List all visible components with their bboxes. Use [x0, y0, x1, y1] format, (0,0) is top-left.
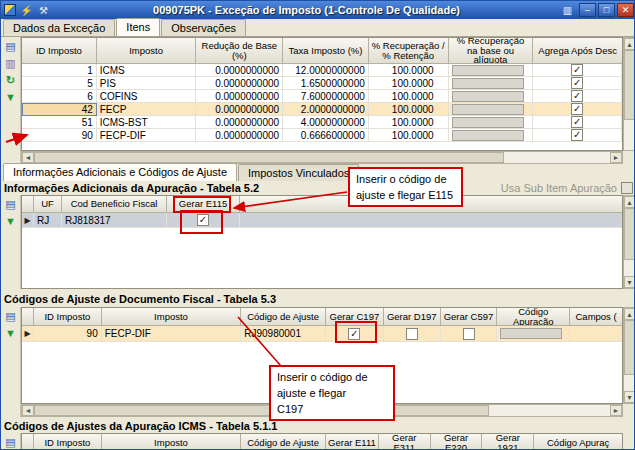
- scroll-thumb[interactable]: [624, 208, 635, 260]
- scroll-up-icon[interactable]: ▲: [624, 196, 635, 208]
- column-header-agrega[interactable]: Agrega Após Desc: [533, 38, 622, 64]
- column-header-id-imposto[interactable]: ID Imposto: [34, 308, 102, 326]
- tab-observacoes[interactable]: Observações: [161, 19, 246, 36]
- agrega-checkbox[interactable]: ✓: [571, 129, 583, 141]
- scroll-right-icon[interactable]: ►: [610, 152, 622, 163]
- tab-informacoes-adicionais[interactable]: Informações Adicionais e Códigos de Ajus…: [3, 163, 237, 181]
- cell-id-focused[interactable]: 42: [22, 103, 97, 116]
- maximize-button[interactable]: □: [598, 3, 615, 17]
- cell-id[interactable]: 6: [22, 90, 97, 103]
- wrench-icon[interactable]: ⚒: [36, 3, 51, 17]
- cell-id[interactable]: 90: [22, 129, 97, 142]
- go-last-record-icon[interactable]: ▼: [3, 90, 19, 105]
- cell-reducao[interactable]: 0.0000000000: [196, 103, 283, 116]
- cell-imposto[interactable]: ICMS: [97, 64, 197, 77]
- cell-recuperacao[interactable]: 100.0000: [369, 129, 449, 142]
- cell-agrega[interactable]: ✓: [533, 129, 622, 142]
- scroll-right-icon[interactable]: ►: [610, 405, 622, 416]
- cell-agrega[interactable]: ✓: [533, 90, 622, 103]
- delete-record-icon[interactable]: ▥: [3, 56, 19, 71]
- cell-agrega[interactable]: ✓: [533, 64, 622, 77]
- cell-gerar-c597[interactable]: [441, 326, 498, 342]
- grid3-vertical-scrollbar[interactable]: ▲ ▼: [623, 307, 635, 404]
- scroll-down-icon[interactable]: ▼: [624, 276, 635, 288]
- column-header-id-imposto[interactable]: ID Imposto: [34, 434, 102, 450]
- column-header-campos[interactable]: Campos (: [570, 308, 622, 326]
- cell-agrega[interactable]: ✓: [533, 77, 622, 90]
- cell-id[interactable]: 5: [22, 77, 97, 90]
- cell-imposto[interactable]: FECP: [97, 103, 197, 116]
- column-header-reducao[interactable]: Redução de Base (%): [196, 38, 283, 64]
- column-header-gerar-e111[interactable]: Gerar E111: [326, 434, 379, 450]
- scroll-thumb[interactable]: [34, 405, 489, 416]
- cell-codigo-ajuste[interactable]: RJ90980001: [241, 326, 326, 342]
- cell-taxa[interactable]: 0.6666000000: [283, 129, 369, 142]
- cell-recuperacao-base[interactable]: [449, 64, 534, 77]
- cell-taxa[interactable]: 4.0000000000: [283, 116, 369, 129]
- edit-record-icon[interactable]: ▤: [3, 435, 19, 450]
- column-header-taxa[interactable]: Taxa Imposto (%): [283, 38, 369, 64]
- edit-record-icon[interactable]: ▤: [3, 197, 19, 212]
- column-header-cod-beneficio[interactable]: Cod Beneficio Fiscal: [62, 196, 167, 213]
- go-last-record-icon[interactable]: ▼: [3, 214, 19, 229]
- column-header-codigo-ajuste[interactable]: Código de Ajuste: [241, 434, 326, 450]
- cell-recuperacao[interactable]: 100.0000: [369, 103, 449, 116]
- column-header-imposto[interactable]: Imposto: [102, 434, 242, 450]
- cell-imposto[interactable]: FECP-DIF: [97, 129, 197, 142]
- cell-campos[interactable]: [570, 326, 622, 342]
- refresh-records-icon[interactable]: ↻: [3, 73, 19, 88]
- cell-reducao[interactable]: 0.0000000000: [196, 129, 283, 142]
- agrega-checkbox[interactable]: ✓: [571, 116, 583, 128]
- column-header-recuperacao-base[interactable]: % Recuperação na base ou alíquota: [449, 38, 534, 64]
- column-header-gerar-1921[interactable]: Gerar 1921: [482, 434, 534, 450]
- cell-codigo-apuracao[interactable]: [497, 326, 570, 342]
- cell-uf[interactable]: RJ: [34, 213, 62, 228]
- edit-record-icon[interactable]: ▤: [3, 309, 19, 324]
- cell-imposto[interactable]: ICMS-BST: [97, 116, 197, 129]
- grid2-vertical-scrollbar[interactable]: ▲ ▼: [623, 195, 635, 289]
- edit-record-icon[interactable]: ▤: [3, 39, 19, 54]
- cell-reducao[interactable]: 0.0000000000: [196, 90, 283, 103]
- column-header-imposto[interactable]: Imposto: [97, 38, 197, 64]
- scroll-up-icon[interactable]: ▲: [624, 308, 635, 320]
- cell-recuperacao[interactable]: 100.0000: [369, 77, 449, 90]
- column-header-gerar-e220[interactable]: Gerar E220: [431, 434, 483, 450]
- scroll-left-icon[interactable]: ◄: [22, 405, 34, 416]
- cell-taxa[interactable]: 2.0000000000: [283, 103, 369, 116]
- column-header-codigo-ajuste[interactable]: Código de Ajuste: [241, 308, 326, 326]
- cell-taxa[interactable]: 1.6500000000: [283, 77, 369, 90]
- cell-agrega[interactable]: ✓: [533, 103, 622, 116]
- tab-itens[interactable]: Itens: [116, 18, 160, 36]
- cell-recuperacao[interactable]: 100.0000: [369, 64, 449, 77]
- column-header-id-imposto[interactable]: ID Imposto: [22, 38, 97, 64]
- minimize-button[interactable]: –: [579, 3, 596, 17]
- column-header-recuperacao[interactable]: % Recuperação / % Retenção: [369, 38, 449, 64]
- cell-reducao[interactable]: 0.0000000000: [196, 116, 283, 129]
- gerar-c597-checkbox[interactable]: [463, 328, 475, 340]
- cell-taxa[interactable]: 12.0000000000: [283, 64, 369, 77]
- cell-cod-beneficio[interactable]: RJ818317: [62, 213, 167, 228]
- agrega-checkbox[interactable]: ✓: [571, 90, 583, 102]
- column-header-gerar-d197[interactable]: Gerar D197: [384, 308, 441, 326]
- form-icon[interactable]: ▥: [560, 3, 575, 17]
- agrega-checkbox[interactable]: ✓: [571, 77, 583, 89]
- cell-recuperacao-base[interactable]: [449, 103, 534, 116]
- column-header-codigo-apuracao[interactable]: Código Apuração: [497, 308, 570, 326]
- scroll-down-icon[interactable]: ▼: [624, 391, 635, 403]
- cell-recuperacao-base[interactable]: [449, 116, 534, 129]
- agrega-checkbox[interactable]: ✓: [571, 64, 583, 76]
- cell-id[interactable]: 1: [22, 64, 97, 77]
- scroll-thumb[interactable]: [34, 152, 504, 163]
- column-header-gerar-c597[interactable]: Gerar C597: [441, 308, 498, 326]
- tab-impostos-vinculados[interactable]: Impostos Vinculados: [238, 164, 359, 181]
- cell-gerar-d197[interactable]: [384, 326, 441, 342]
- column-header-gerar-e311[interactable]: Gerar E311: [379, 434, 431, 450]
- scroll-up-icon[interactable]: ▲: [624, 38, 635, 50]
- cell-id[interactable]: 90: [34, 326, 102, 342]
- cell-imposto[interactable]: COFINS: [97, 90, 197, 103]
- scroll-thumb[interactable]: [624, 320, 635, 375]
- column-header-imposto[interactable]: Imposto: [102, 308, 242, 326]
- cell-reducao[interactable]: 0.0000000000: [196, 77, 283, 90]
- cell-recuperacao-base[interactable]: [449, 90, 534, 103]
- go-last-record-icon[interactable]: ▼: [3, 326, 19, 341]
